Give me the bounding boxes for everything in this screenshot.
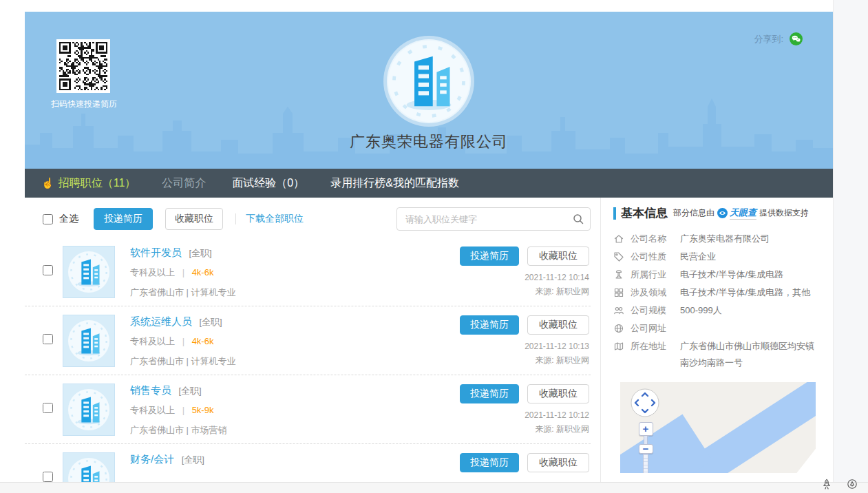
favorite-selected-button[interactable]: 收藏职位 bbox=[165, 208, 223, 230]
download-all-link[interactable]: 下载全部职位 bbox=[246, 213, 304, 225]
job-company-logo-box bbox=[63, 246, 115, 298]
company-info-row: 所在地址 广东省佛山市佛山市顺德区均安镇南沙均南路一号 bbox=[613, 338, 833, 371]
nav-tab[interactable]: ☝ 招聘职位（11） bbox=[41, 176, 136, 191]
job-select-checkbox[interactable] bbox=[43, 472, 53, 482]
job-list: 软件开发员 [全职] 专科及以上 | 4k-6k 广东省佛山市 | 计算机专业 … bbox=[25, 238, 591, 493]
job-actions: 投递简历 收藏职位 2021-11-12 10:12 来源: 新职业网 bbox=[460, 384, 589, 435]
job-title-link[interactable]: 软件开发员 bbox=[130, 246, 182, 258]
wechat-share-icon[interactable] bbox=[790, 32, 803, 45]
job-title-link[interactable]: 销售专员 bbox=[130, 384, 171, 396]
nav-tab[interactable]: ☝ 公司简介 bbox=[162, 176, 206, 191]
job-info: 销售专员 [全职] 专科及以上 | 5k-9k 广东省佛山市 | 市场营销 bbox=[130, 384, 227, 437]
job-select-checkbox[interactable] bbox=[43, 265, 53, 275]
tag-icon bbox=[613, 251, 624, 262]
share-widget: 分享到: bbox=[754, 32, 803, 45]
job-company-logo-box bbox=[63, 315, 115, 367]
map-pan-control[interactable] bbox=[630, 388, 660, 418]
apply-selected-button[interactable]: 投递简历 bbox=[94, 208, 153, 230]
company-logo bbox=[67, 319, 110, 362]
apply-button[interactable]: 投递简历 bbox=[460, 384, 519, 403]
info-label: 所在地址 bbox=[631, 338, 673, 355]
info-value: 500-999人 bbox=[680, 302, 815, 319]
job-select-checkbox[interactable] bbox=[43, 403, 53, 413]
map[interactable]: + − bbox=[620, 382, 816, 473]
job-source: 来源: 新职业网 bbox=[460, 423, 589, 435]
search-icon[interactable] bbox=[572, 213, 584, 225]
job-title-link[interactable]: 系统运维人员 bbox=[130, 315, 192, 327]
sidebar: 基本信息 部分信息由 天眼查 提供数据支持 公司名称 广东奥荣电器有限公司 公司… bbox=[600, 198, 833, 493]
map-zoom-control: + − bbox=[638, 422, 653, 473]
map-river-corner bbox=[620, 415, 712, 473]
job-source: 来源: 新职业网 bbox=[460, 286, 589, 297]
job-search-input[interactable] bbox=[396, 207, 591, 231]
select-all-checkbox[interactable] bbox=[43, 214, 53, 224]
provider-prefix: 部分信息由 bbox=[673, 207, 714, 219]
info-label: 公司规模 bbox=[631, 302, 673, 319]
footer-bar bbox=[0, 482, 868, 493]
map-zoom-slider[interactable] bbox=[643, 454, 648, 473]
favorite-job-button[interactable]: 收藏职位 bbox=[527, 315, 589, 335]
job-company-logo-box bbox=[63, 384, 115, 436]
info-value: 电子技术/半导体/集成电路，其他 bbox=[680, 284, 815, 301]
share-label: 分享到: bbox=[754, 33, 783, 45]
nav-tab-label: 录用排行榜&我的匹配指数 bbox=[330, 176, 459, 191]
rocket-icon[interactable] bbox=[821, 479, 832, 490]
job-post-date: 2021-11-12 10:14 bbox=[460, 273, 589, 282]
job-list-panel: 全选 投递简历 收藏职位 下载全部职位 软件开 bbox=[25, 198, 600, 493]
company-logo bbox=[67, 388, 110, 431]
tianyancha-logo[interactable]: 天眼查 bbox=[717, 207, 756, 220]
people-icon bbox=[613, 305, 624, 316]
accent-bar bbox=[613, 207, 616, 220]
globe-icon bbox=[613, 323, 624, 334]
favorite-job-button[interactable]: 收藏职位 bbox=[527, 384, 589, 403]
info-label: 公司网址 bbox=[631, 320, 673, 337]
company-info-row: 涉及领域 电子技术/半导体/集成电路，其他 bbox=[613, 284, 833, 301]
info-label: 公司性质 bbox=[631, 249, 673, 265]
job-salary: 4k-6k bbox=[192, 336, 214, 346]
qr-code bbox=[56, 39, 110, 93]
data-provider-note: 部分信息由 天眼查 提供数据支持 bbox=[673, 207, 809, 220]
job-row: 软件开发员 [全职] 专科及以上 | 4k-6k 广东省佛山市 | 计算机专业 … bbox=[25, 238, 591, 306]
info-value: 广东奥荣电器有限公司 bbox=[680, 231, 815, 247]
home-icon bbox=[613, 233, 624, 244]
sidebar-header: 基本信息 部分信息由 天眼查 提供数据支持 bbox=[613, 205, 833, 221]
apply-button[interactable]: 投递简历 bbox=[460, 453, 519, 472]
job-salary: 4k-6k bbox=[192, 267, 214, 277]
info-label: 公司名称 bbox=[631, 231, 673, 247]
nav-tab[interactable]: ☝ 录用排行榜&我的匹配指数 bbox=[330, 176, 459, 191]
job-education: 专科及以上 bbox=[130, 405, 175, 415]
apply-button[interactable]: 投递简历 bbox=[460, 246, 519, 266]
banner: 扫码快速投递简历 广东奥荣电器有限公司 分享到: bbox=[25, 12, 833, 169]
grid-icon bbox=[613, 287, 624, 298]
hand-icon: ☝ bbox=[41, 177, 54, 189]
meta-separator: | bbox=[182, 267, 184, 277]
tianyancha-icon bbox=[717, 208, 728, 218]
company-name: 广东奥荣电器有限公司 bbox=[25, 132, 833, 152]
map-zoom-in-button[interactable]: + bbox=[639, 422, 653, 436]
info-value: 民营企业 bbox=[680, 249, 815, 265]
map-zoom-out-button[interactable]: − bbox=[639, 444, 653, 454]
favorite-job-button[interactable]: 收藏职位 bbox=[527, 453, 589, 472]
job-salary: 5k-9k bbox=[192, 405, 214, 415]
meta-separator: | bbox=[182, 405, 184, 415]
feedback-icon[interactable] bbox=[847, 479, 858, 490]
job-source: 来源: 新职业网 bbox=[460, 355, 589, 366]
job-row: 系统运维人员 [全职] 专科及以上 | 4k-6k 广东省佛山市 | 计算机专业… bbox=[25, 306, 591, 375]
page-right-gutter bbox=[833, 0, 868, 493]
meta-separator: | bbox=[182, 336, 184, 346]
job-type-label: [全职] bbox=[182, 454, 204, 465]
navbar: ☝ 招聘职位（11） ☝ 公司简介 ☝ 面试经验（0） ☝ 录用排行榜&我的匹配… bbox=[25, 169, 833, 198]
job-title-link[interactable]: 财务/会计 bbox=[130, 453, 174, 465]
job-select-checkbox[interactable] bbox=[43, 334, 53, 344]
job-location-major: 广东省佛山市 | 计算机专业 bbox=[130, 286, 236, 299]
page: 扫码快速投递简历 广东奥荣电器有限公司 分享到: ☝ 招聘职位（11） ☝ 公司… bbox=[0, 0, 868, 493]
nav-tab[interactable]: ☝ 面试经验（0） bbox=[232, 176, 304, 191]
job-education: 专科及以上 bbox=[130, 267, 175, 277]
job-type-label: [全职] bbox=[178, 386, 201, 396]
job-info: 系统运维人员 [全职] 专科及以上 | 4k-6k 广东省佛山市 | 计算机专业 bbox=[130, 315, 236, 368]
favorite-job-button[interactable]: 收藏职位 bbox=[527, 246, 589, 266]
apply-button[interactable]: 投递简历 bbox=[460, 315, 519, 335]
info-label: 所属行业 bbox=[631, 266, 673, 283]
nav-tab-label: 公司简介 bbox=[162, 176, 206, 191]
info-value: 广东省佛山市佛山市顺德区均安镇南沙均南路一号 bbox=[680, 338, 815, 371]
